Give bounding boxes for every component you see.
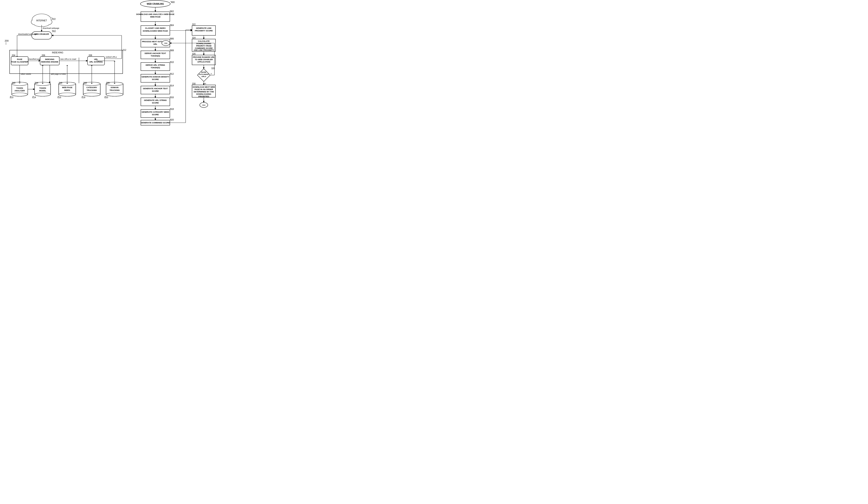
svg-text:URL SCORING: URL SCORING [90,61,103,63]
rankedurls-label: ranked URLs [106,56,117,58]
domaintracking-num2: 220 [105,96,108,99]
webpage-index-db: WEB PAGE INDEX [59,82,76,96]
svg-text:SCORE: SCORE [152,90,159,92]
internet-label: INTERNET [36,19,47,22]
urlscoring-num: 208 [89,54,92,56]
svg-text:PAGE CLASSIFIER: PAGE CLASSIFIER [11,61,28,63]
step328-n: N [205,83,206,85]
svg-text:ANALYZER: ANALYZER [14,90,25,92]
webcrawling-label: WEB CRAWLING [147,3,164,5]
webpageindex-num2: 216 [58,96,61,99]
svg-text:SCORE: SCORE [152,114,159,116]
svg-text:TOKEN: TOKEN [39,87,46,89]
indexingengine-num: 206 [42,54,45,56]
svg-text:DOWNLOAD AND ANALYZE A WEB PAG: DOWNLOAD AND ANALYZE A WEB PAGE [136,13,175,16]
svg-text:SCORE: SCORE [152,102,159,104]
indexing-label: INDEXING [52,51,63,54]
token-model-db: TOKEN MODEL [34,82,51,96]
svg-text:URLS: URLS [202,75,206,78]
webcrawler-box [32,32,52,39]
svg-text:GENERATE DOMAIN DENSITY: GENERATE DOMAIN DENSITY [142,76,169,78]
svg-text:APPLICATION: APPLICATION [197,61,210,63]
indexing-num: 212 [123,49,126,51]
svg-text:GENERATE URL STRING: GENERATE URL STRING [144,99,167,101]
download-webpage-label: download webpage [43,27,59,29]
svg-text:MORE: MORE [201,71,207,73]
svg-text:306: 306 [164,42,167,44]
svg-point-59 [59,93,76,96]
svg-text:GENERATE CATEGORY NEED: GENERATE CATEGORY NEED [142,111,169,113]
step322-num: 322 [192,23,196,25]
svg-point-44 [35,93,51,96]
svg-text:TRACKING: TRACKING [110,89,120,91]
svg-text:TOKEN: TOKEN [16,87,23,89]
svg-text:INDEXING ENGINE: INDEXING ENGINE [41,61,59,63]
svg-text:PROVIDE RANKED URL: PROVIDE RANKED URL [193,56,215,58]
domaintracking-num: 220 [106,82,110,84]
tokenseeds-label: token seeds [21,73,31,75]
svg-text:TRACKING: TRACKING [87,89,97,91]
downloaded-webpage-label: downloaded webpage [18,33,37,35]
domain-tracking-db: DOMAIN TRACKING [106,82,123,96]
svg-text:INDEX: INDEX [64,89,70,91]
categorytracking-num2: 218 [82,96,85,99]
svg-text:PAGE IN AN ORDER: PAGE IN AN ORDER [195,88,213,91]
svg-text:PRIORITIES: PRIORITIES [198,95,209,97]
token-analyzer-db: TOKEN ANALYZER [12,82,28,96]
addpage-label: add page to index [51,73,66,75]
svg-text:MODEL: MODEL [39,90,46,92]
svg-text:304: 304 [202,104,205,106]
classified-page-label: classified page [28,58,41,60]
svg-text:GENERATE COMBINED SCORE: GENERATE COMBINED SCORE [141,122,169,124]
pageclassifier-label: PAGE [17,58,22,60]
svg-text:DOWNLOADED WEB PAGE: DOWNLOADED WEB PAGE [143,30,168,32]
tokenmodel-num2: 214 [32,96,36,99]
indexingengine-label: INDEXING [45,58,54,60]
tokenanalyzer-num: 210 [12,82,16,84]
step330-num: 330 [192,83,196,85]
svg-text:OUTLINKED: OUTLINKED [199,73,209,75]
tokenmodel-num: 214 [34,82,38,84]
svg-text:DOWNLOAD NEXT WEB: DOWNLOAD NEXT WEB [193,86,215,88]
svg-text:DERIVE ANCHOR TEXT: DERIVE ANCHOR TEXT [145,52,166,54]
svg-text:GENERATE ANCHOR TEXT: GENERATE ANCHOR TEXT [143,88,168,90]
newurls-label: new URLs to crawl [60,58,76,60]
svg-text:TO WEB CRAWLER: TO WEB CRAWLER [195,59,213,61]
svg-point-89 [106,93,123,96]
svg-text:AND LINK PROXIMITY: AND LINK PROXIMITY [194,49,214,51]
svg-point-31 [12,93,28,96]
svg-text:DOWNLOADING: DOWNLOADING [196,42,211,44]
step328-y: Y [210,73,212,75]
svg-text:TOKEN(S): TOKEN(S) [151,66,160,69]
svg-text:SCORE: SCORE [152,78,159,81]
urlscoring-label: URL [94,58,98,60]
category-tracking-db: CATEGORY TRACKING [83,82,100,96]
svg-text:WEB PAGE: WEB PAGE [150,16,161,18]
svg-text:PROXIMITY SCORE: PROXIMITY SCORE [195,30,213,32]
step324-num: 324 [192,37,196,39]
svg-text:CLASSIFY AND INDEX: CLASSIFY AND INDEX [145,27,166,29]
svg-text:CALCULATE: CALCULATE [198,40,209,42]
svg-text:GENERATE LINK: GENERATE LINK [196,27,212,29]
svg-text:TOKEN(S): TOKEN(S) [151,55,160,57]
svg-text:PRIORITY FROM: PRIORITY FROM [196,45,211,47]
webpageindex-num: 216 [59,82,62,84]
svg-text:DETERMINED BY THE: DETERMINED BY THE [194,91,214,93]
diagram-200-label: 200 [5,40,9,42]
svg-text:URL: URL [153,43,157,45]
categorytracking-num: 218 [83,82,87,84]
pageclassifier-num: 204 [12,54,16,56]
svg-text:CATEGORY: CATEGORY [86,86,97,89]
svg-text:DOWNLOADING: DOWNLOADING [196,93,211,95]
step326-num: 326 [192,53,196,55]
svg-point-74 [83,93,100,96]
svg-text:DOMAIN: DOMAIN [111,86,118,89]
svg-text:WEB PAGE: WEB PAGE [62,86,72,89]
svg-text:DERIVE URL STRING: DERIVE URL STRING [146,64,165,66]
